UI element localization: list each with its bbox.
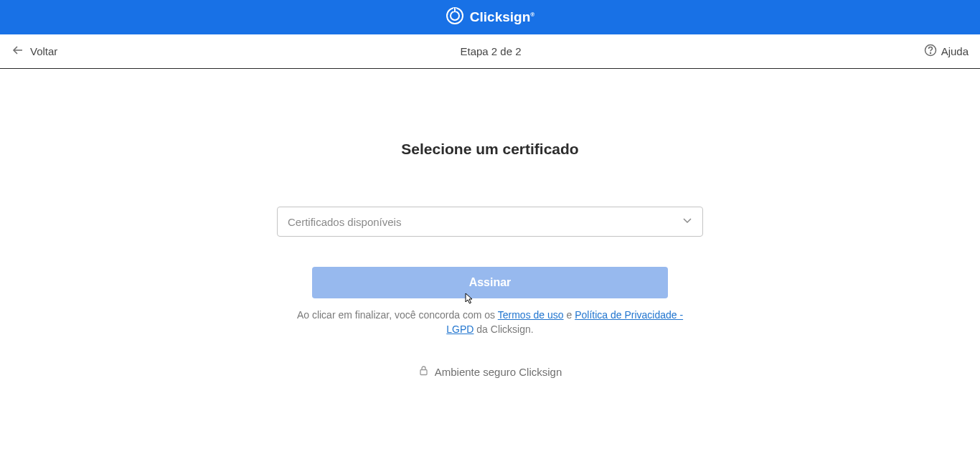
svg-point-3	[930, 53, 930, 54]
sub-header: Voltar Etapa 2 de 2 Ajuda	[0, 34, 980, 69]
back-label: Voltar	[30, 45, 57, 57]
step-indicator: Etapa 2 de 2	[460, 45, 521, 57]
clicksign-logo-icon	[446, 6, 464, 28]
terms-of-use-link[interactable]: Termos de uso	[498, 309, 564, 321]
help-icon	[924, 44, 937, 59]
page-title: Selecione um certificado	[401, 141, 578, 158]
terms-suffix: da Clicksign.	[473, 323, 533, 335]
arrow-left-icon	[11, 44, 24, 59]
help-button[interactable]: Ajuda	[924, 44, 969, 59]
brand-logo: Clicksign®	[446, 6, 534, 28]
terms-prefix: Ao clicar em finalizar, você concorda co…	[297, 309, 498, 321]
back-button[interactable]: Voltar	[11, 44, 57, 59]
help-label: Ajuda	[941, 45, 969, 57]
lock-icon	[418, 365, 429, 378]
main-content: Selecione um certificado Certificados di…	[0, 69, 980, 378]
dropdown-placeholder: Certificados disponíveis	[288, 216, 401, 228]
secure-label: Ambiente seguro Clicksign	[435, 366, 562, 378]
certificate-dropdown[interactable]: Certificados disponíveis	[277, 207, 703, 237]
brand-name: Clicksign®	[470, 9, 534, 25]
secure-environment: Ambiente seguro Clicksign	[418, 365, 562, 378]
terms-and: e	[564, 309, 575, 321]
svg-rect-4	[420, 370, 427, 375]
svg-point-1	[451, 11, 459, 20]
app-header: Clicksign®	[0, 0, 980, 34]
sign-button[interactable]: Assinar	[312, 267, 668, 298]
chevron-down-icon	[682, 215, 692, 228]
terms-text: Ao clicar em finalizar, você concorda co…	[296, 308, 684, 336]
